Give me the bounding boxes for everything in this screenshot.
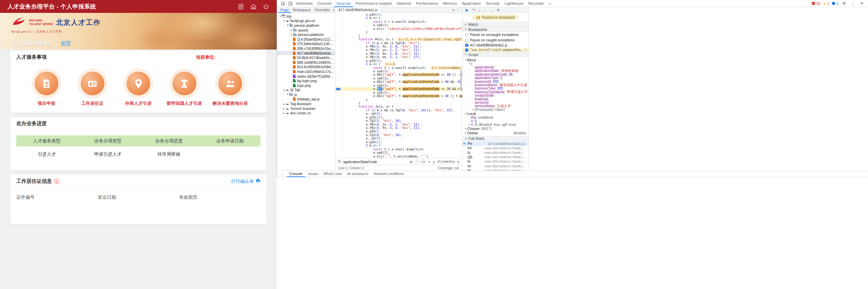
devtools-tab-sources[interactable]: Sources <box>334 0 353 7</box>
code-line[interactable]: const t = e.oxw(3).$implicit; <box>335 20 462 23</box>
console-warnings-badge[interactable]: ▲1 <box>823 1 829 5</box>
code-line[interactable]: e._uU(7), <box>335 137 462 140</box>
gutter-cell[interactable] <box>335 20 342 23</box>
scope-row[interactable]: ▸GlobalWindow <box>462 131 529 135</box>
file-tree-item[interactable]: ietabapi_wp.js <box>277 97 335 102</box>
devtools-tab-security[interactable]: Security <box>483 0 502 7</box>
navigator-tab-page[interactable]: Page <box>278 7 291 13</box>
checkbox-checked[interactable] <box>465 49 468 52</box>
tab-list-icon[interactable]: ≡ <box>452 8 454 12</box>
checkbox-checked[interactable] <box>465 44 468 47</box>
pause-uncaught-exceptions-row[interactable]: Pause on uncaught exceptions <box>462 32 529 37</box>
gutter-cell[interactable] <box>335 94 342 98</box>
info-icon[interactable]: i <box>54 179 59 184</box>
code-line[interactable]: e.hij(" \u4e1a\u52a1\u529e\u7406\u8fdb\u… <box>335 27 462 31</box>
code-line[interactable]: e._uU(2), <box>335 112 462 115</box>
file-tree-item[interactable]: ▾person-platform <box>277 23 335 28</box>
file-tree-item[interactable]: 114.0f3ae82b41c112c1.js <box>277 37 335 42</box>
gutter-cell[interactable] <box>335 73 342 76</box>
file-tree-item[interactable]: 53.8b2c917d6aa04e77.js <box>277 55 335 60</box>
gutter-cell[interactable] <box>335 87 342 91</box>
scope-row[interactable]: this:undefined <box>462 116 529 119</box>
editor-scrollbar[interactable] <box>460 70 462 91</box>
devtools-tab-network[interactable]: Network <box>394 0 413 7</box>
breadcrumb-current[interactable]: 首页 <box>61 40 71 47</box>
file-tree-item[interactable]: 688.1a9df35c2e887b03.js <box>277 60 335 65</box>
gutter-cell[interactable] <box>335 52 342 55</box>
match-case-toggle-icon[interactable]: Aa <box>420 160 426 164</box>
scope-row[interactable]: businessName:'留学回国人才引进' <box>462 83 529 86</box>
code-editor[interactable]: e.qZA()), 2 & n) { const t = e.oxw(3).$i… <box>335 13 462 158</box>
breakpoint-file-group[interactable]: 417.e6ef69fb65efeda1.js <box>462 43 529 48</box>
drawer-tab-console[interactable]: Console <box>287 171 305 177</box>
file-tree-item[interactable]: ▾☁IE Tab <box>277 88 335 93</box>
file-tree-item[interactable]: styles.3d2be7f1a90dd06c.css <box>277 74 335 79</box>
drawer-tab-ai-assistance[interactable]: AI assistance <box>344 171 371 177</box>
code-line[interactable]: e.qZA()), <box>335 59 462 62</box>
devtools-tab-application[interactable]: Application <box>459 0 483 7</box>
next-match-icon[interactable]: ∨ <box>433 160 435 164</box>
console-errors-badge[interactable]: ✕18 <box>812 1 820 5</box>
scope-row[interactable]: applicationId: <box>462 65 529 69</box>
drawer-tab-what-s-new[interactable]: What's new <box>321 171 344 177</box>
device-toolbar-icon[interactable] <box>287 1 294 6</box>
call-stack-frame[interactable]: fsmain.d32c49de11c7aba8.js:1 <box>462 150 529 155</box>
file-tree-item[interactable]: ▸☁Torrent Scanner <box>277 106 335 111</box>
scope-row[interactable]: businessType:201 <box>462 87 529 90</box>
code-line[interactable]: e.xp6(1), <box>335 84 462 87</box>
step-into-icon[interactable]: ↓ <box>479 8 480 12</box>
gutter-cell[interactable] <box>335 38 342 41</box>
logout-power-icon[interactable] <box>263 3 269 10</box>
devtools-tab-performance[interactable]: Performance <box>414 0 441 7</box>
devtools-tab-recorder[interactable]: Recorder <box>526 0 547 7</box>
tab-strip-kebab-icon[interactable]: ⋮ <box>457 8 460 12</box>
open-file-tab[interactable]: 417.e6ef69fb65efeda1.js <box>335 7 381 13</box>
code-line[interactable]: e.xp6(1), <box>335 70 462 73</box>
code-line[interactable]: const t = e.oxw().$implicit; <box>335 148 462 151</box>
code-line[interactable]: e.qZA(), <box>335 130 462 133</box>
code-line[interactable]: if (1 & n && (e.TgZ(0, "div"), <box>335 41 462 45</box>
gutter-cell[interactable] <box>335 155 342 158</box>
watch-section-header[interactable]: ▸Watch <box>462 22 529 27</box>
service-item[interactable]: 项目申报 <box>24 70 68 107</box>
scope-section-header[interactable]: ▾Scope <box>462 52 529 57</box>
home-icon[interactable] <box>250 3 257 10</box>
gutter-cell[interactable] <box>335 151 342 154</box>
service-item[interactable]: 留学回国人才引进 <box>162 70 206 107</box>
breakpoints-section-header[interactable]: ▾Breakpoints <box>462 27 529 32</box>
code-line[interactable]: e.TgZ(6, "div", 16), <box>335 133 462 137</box>
file-tree-item[interactable]: bg-login.png <box>277 78 335 83</box>
scope-row[interactable]: ▸o:fn {$implicit: true, ngIf: true} <box>462 123 529 126</box>
gutter-cell[interactable] <box>335 84 342 87</box>
breakpoint-entry[interactable]: "use strict";(self.webpackChunkpersd…1 <box>462 48 529 52</box>
code-line[interactable]: function Je(n, o) { <box>335 105 462 108</box>
issues-badge[interactable]: 1 <box>832 1 838 5</box>
code-line[interactable]: 2 & n) {n = 2 <box>335 62 462 66</box>
scope-row[interactable]: n:2 <box>462 119 529 123</box>
code-line[interactable]: } <box>335 98 462 101</box>
code-line[interactable]: } <box>335 101 462 105</box>
file-tree-item[interactable]: ▾☁fw.bjrcgz.gov.cn <box>277 19 335 23</box>
code-line[interactable]: e.hij(" ", t.serviceName, " ") <box>335 155 462 158</box>
code-line[interactable]: e.xp6(1), <box>335 91 462 94</box>
gutter-cell[interactable] <box>335 144 342 147</box>
call-stack-frame[interactable]: fsmain.d32c49de11c7aba8.js:1 <box>462 159 529 163</box>
gutter-cell[interactable] <box>335 80 342 83</box>
file-tree-item[interactable]: 270.5b8e4d0a2c1309f2.js <box>277 42 335 46</box>
clear-search-icon[interactable]: ⊗ <box>410 160 413 164</box>
code-line[interactable]: 2 & n) { <box>335 16 462 20</box>
scope-row[interactable]: applicationType:1 <box>462 76 529 80</box>
code-line[interactable]: function Pe(n, o) {n = 2, o = fn {$impli… <box>335 38 462 41</box>
inspect-element-icon[interactable] <box>279 1 286 6</box>
service-item[interactable]: 解决夫妻两地分居 <box>208 70 252 107</box>
pause-caught-exceptions-row[interactable]: Pause on caught exceptions <box>462 37 529 43</box>
gutter-cell[interactable] <box>335 48 342 52</box>
gutter-cell[interactable] <box>335 91 342 94</box>
kebab-menu-icon[interactable]: ⋮ <box>850 1 856 6</box>
devtools-tab-lighthouse[interactable]: Lighthouse <box>502 0 526 7</box>
devtools-tab-console[interactable]: Console <box>315 0 334 7</box>
gutter-cell[interactable] <box>335 130 342 133</box>
code-line[interactable]: } <box>335 34 462 38</box>
devtools-tab-elements[interactable]: Elements <box>294 0 315 7</box>
scope-row[interactable]: ▸[[Prototype]]:Object <box>462 108 529 111</box>
